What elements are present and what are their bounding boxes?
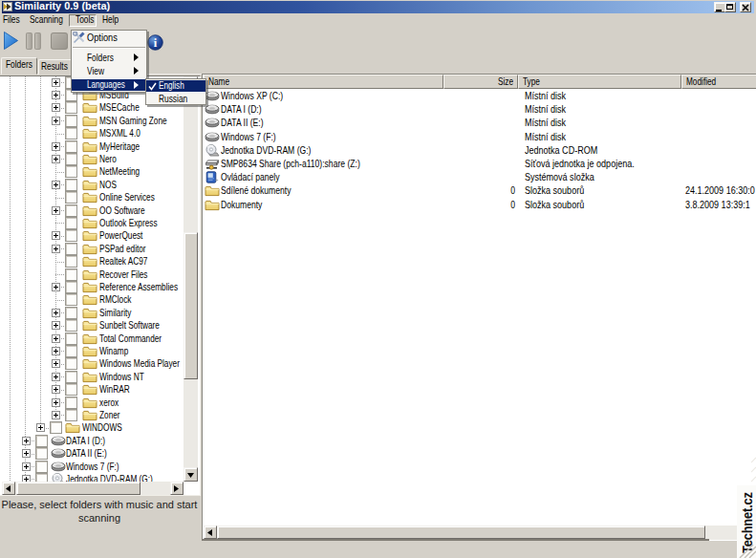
svg-text:i: i [154, 36, 158, 50]
